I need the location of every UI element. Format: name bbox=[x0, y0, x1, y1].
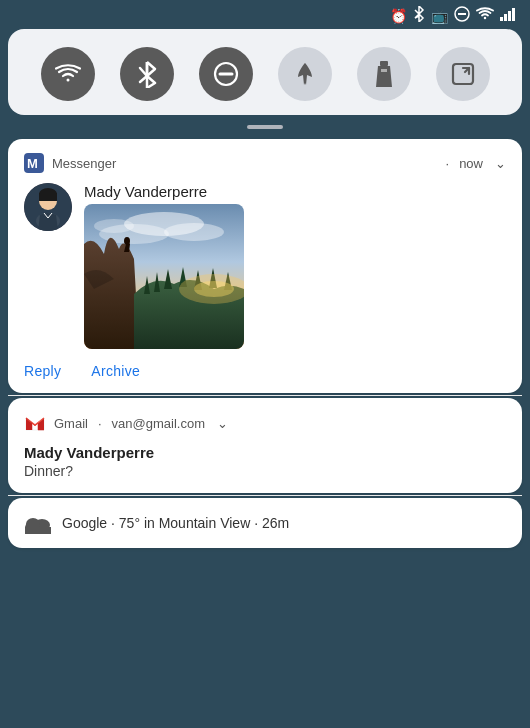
gmail-account: van@gmail.com bbox=[112, 416, 205, 431]
google-notif-text: Google · 75° in Mountain View · 26m bbox=[62, 515, 289, 531]
google-separator: · bbox=[111, 515, 119, 531]
google-weather-text: 75° in Mountain View · 26m bbox=[119, 515, 289, 531]
svg-rect-17 bbox=[39, 193, 57, 201]
svg-rect-3 bbox=[504, 14, 507, 21]
cloud-icon bbox=[24, 512, 52, 534]
svg-text:M: M bbox=[27, 156, 38, 171]
notif-divider-1 bbox=[8, 395, 522, 396]
gmail-notification: Gmail · van@gmail.com ⌄ Mady Vanderperre… bbox=[8, 398, 522, 493]
notif-dot: · bbox=[446, 156, 450, 171]
messenger-actions: Reply Archive bbox=[24, 363, 506, 379]
alarm-icon: ⏰ bbox=[390, 8, 407, 24]
dnd-icon bbox=[454, 6, 470, 25]
svg-point-21 bbox=[164, 223, 224, 241]
svg-rect-5 bbox=[512, 8, 515, 21]
messenger-app-name: Messenger bbox=[52, 156, 436, 171]
svg-rect-10 bbox=[381, 69, 387, 72]
gmail-sender-name: Mady Vanderperre bbox=[24, 444, 506, 461]
messenger-notif-body: Mady Vanderperre bbox=[24, 183, 506, 349]
gmail-subject: Dinner? bbox=[24, 463, 506, 479]
messenger-attached-image bbox=[84, 204, 244, 349]
drag-handle[interactable] bbox=[247, 125, 283, 129]
flashlight-toggle[interactable] bbox=[357, 47, 411, 101]
sender-avatar bbox=[24, 183, 72, 231]
quick-settings-panel bbox=[8, 29, 522, 115]
rotate-toggle[interactable] bbox=[436, 47, 490, 101]
svg-point-26 bbox=[194, 281, 234, 297]
status-bar: ⏰ 📺 bbox=[0, 0, 530, 29]
gmail-expand-button[interactable]: ⌄ bbox=[217, 416, 228, 431]
archive-button[interactable]: Archive bbox=[91, 363, 140, 379]
messenger-expand-button[interactable]: ⌄ bbox=[495, 156, 506, 171]
svg-rect-4 bbox=[508, 11, 511, 21]
bluetooth-toggle[interactable] bbox=[120, 47, 174, 101]
gmail-notif-header: Gmail · van@gmail.com ⌄ bbox=[24, 412, 506, 434]
messenger-sender-name: Mady Vanderperre bbox=[84, 183, 506, 200]
wifi-toggle[interactable] bbox=[41, 47, 95, 101]
avatar-image bbox=[24, 183, 72, 231]
messenger-app-icon: M bbox=[24, 153, 44, 173]
messenger-notif-header: M Messenger · now ⌄ bbox=[24, 153, 506, 173]
svg-point-24 bbox=[124, 237, 130, 245]
svg-rect-8 bbox=[380, 61, 388, 66]
bluetooth-icon bbox=[413, 6, 425, 25]
svg-rect-2 bbox=[500, 17, 503, 21]
svg-point-23 bbox=[94, 219, 134, 233]
messenger-icon: M bbox=[24, 153, 44, 173]
gmail-dot: · bbox=[98, 416, 102, 431]
notif-divider-2 bbox=[8, 495, 522, 496]
landscape-photo bbox=[84, 204, 244, 349]
wifi-icon bbox=[476, 7, 494, 24]
airplane-toggle[interactable] bbox=[278, 47, 332, 101]
gmail-app-name: Gmail bbox=[54, 416, 88, 431]
google-notification: Google · 75° in Mountain View · 26m bbox=[8, 498, 522, 548]
signal-icon bbox=[500, 7, 516, 24]
google-app-name: Google bbox=[62, 515, 107, 531]
svg-rect-32 bbox=[25, 527, 51, 534]
gmail-app-icon bbox=[24, 412, 46, 434]
dnd-toggle[interactable] bbox=[199, 47, 253, 101]
notifications-list: M Messenger · now ⌄ bbox=[8, 139, 522, 548]
reply-button[interactable]: Reply bbox=[24, 363, 61, 379]
messenger-notification: M Messenger · now ⌄ bbox=[8, 139, 522, 393]
cast-icon: 📺 bbox=[431, 8, 448, 24]
messenger-notif-time: now bbox=[459, 156, 483, 171]
messenger-notif-content: Mady Vanderperre bbox=[84, 183, 506, 349]
